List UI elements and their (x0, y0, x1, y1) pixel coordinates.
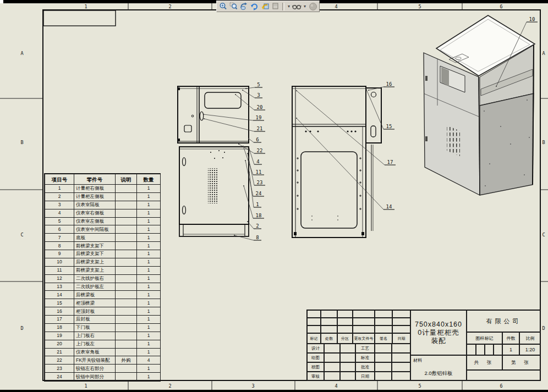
qty-cell: 1 (137, 283, 161, 291)
part-name-cell: 仪表室隔板 (74, 201, 116, 209)
part-name-cell: 仪表室左侧板 (74, 217, 116, 225)
revision-empty-cell (307, 310, 321, 318)
section-box-icon[interactable] (271, 2, 280, 11)
note-cell (116, 258, 137, 266)
revision-empty-cell (392, 318, 410, 325)
signature-blank-cell (324, 372, 340, 381)
parts-table-header: 项目号 零件号 说明 数量 (45, 174, 161, 185)
qty-cell: 1 (137, 323, 161, 332)
part-name-cell: 后横梁支架下 (74, 250, 116, 258)
revision-empty-cell (392, 310, 410, 318)
qty-cell: 1 (137, 266, 161, 274)
bottom-black-bar (0, 390, 548, 392)
table-row: 5仪表室左侧板1 (45, 217, 161, 225)
signature-blank-cell (340, 362, 355, 372)
title-block: 标记处数分区更改文件号签名日期设计工艺绘图标准校图批准审核日期 750x840x… (306, 310, 540, 380)
item-no-cell: 18 (45, 323, 74, 332)
qty-cell: 1 (137, 274, 161, 283)
note-cell (116, 209, 137, 217)
note-cell (116, 242, 137, 250)
revision-empty-cell (392, 325, 410, 333)
revision-header-cell: 分区 (337, 333, 353, 344)
piece-count-value: 1 (502, 344, 519, 355)
item-no-cell: 24 (45, 373, 74, 381)
revision-empty-cell (375, 318, 392, 325)
qty-cell: 1 (137, 307, 161, 316)
item-no-cell: 20 (45, 340, 74, 348)
item-no-cell: 12 (45, 274, 74, 283)
material-value: 2.0敷铝锌板 (411, 370, 466, 377)
note-cell (116, 185, 137, 193)
refresh-view-icon[interactable] (250, 2, 259, 11)
company-name: 有限公司 (467, 310, 541, 332)
drawing-title: 750x840x160 0计量柜柜壳 装配 (410, 310, 467, 355)
revision-empty-cell (307, 318, 321, 325)
signature-blank-cell (324, 353, 340, 362)
note-cell (116, 274, 137, 283)
mark-cell (494, 344, 502, 355)
display-style-sphere-icon[interactable] (308, 2, 317, 11)
item-no-cell: 1 (45, 185, 74, 193)
part-name-cell: 后横梁板 (74, 291, 116, 299)
note-cell (116, 340, 137, 348)
revision-header-cell: 处数 (321, 333, 337, 344)
stamp-header-pieces: 件数 (502, 332, 519, 344)
revision-header-cell: 日期 (392, 333, 410, 344)
signature-blank-cell (324, 362, 340, 372)
dropdown-chevron[interactable]: ▾ (303, 4, 307, 9)
revision-header-cell: 更改文件号 (353, 333, 375, 344)
note-cell (116, 192, 137, 201)
item-no-cell: 14 (45, 291, 74, 299)
signature-label-cell: 校图 (307, 362, 324, 372)
signature-blank-cell (340, 372, 355, 381)
part-name-cell: 上门板右 (74, 332, 116, 340)
item-no-cell: 19 (45, 332, 74, 340)
signature-blank-cell (375, 344, 392, 353)
toolbar-separator (282, 3, 284, 10)
table-row: 1计量柜右侧板1 (45, 185, 161, 193)
item-no-cell: 16 (45, 307, 74, 316)
dropdown-chevron[interactable]: ▾ (287, 4, 291, 9)
col-part-no: 零件号 (74, 174, 116, 185)
title-line: 0计量柜柜壳 (418, 329, 459, 337)
mark-cell (485, 344, 494, 355)
view-settings-glasses-icon[interactable] (292, 2, 302, 11)
part-name-cell: 上门板左 (74, 340, 116, 348)
bom-parts-table: 项目号 零件号 说明 数量 1计量柜右侧板12计量柜左侧板13仪表室隔板14仪表… (44, 173, 161, 382)
signature-label-cell: 设计 (307, 344, 324, 353)
signature-label-cell: 绘图 (307, 353, 324, 362)
qty-cell: 1 (137, 242, 161, 250)
signature-blank-cell (392, 362, 410, 372)
previous-view-icon[interactable] (260, 2, 270, 11)
signature-label-cell: 批准 (355, 362, 375, 372)
note-cell (116, 348, 137, 356)
empty-cell (467, 370, 541, 381)
table-row: 4仪表室右侧板1 (45, 209, 161, 217)
zoom-area-icon[interactable] (229, 2, 238, 11)
note-cell (116, 323, 137, 332)
note-cell (116, 373, 137, 381)
qty-cell: 1 (137, 225, 161, 234)
part-name-cell: 二次线护板左 (74, 283, 116, 291)
qty-cell: 1 (137, 192, 161, 201)
note-cell: 外购 (116, 356, 137, 365)
revision-empty-cell (321, 318, 337, 325)
revision-empty-cell (337, 325, 353, 333)
part-name-cell: 计量柜右侧板 (74, 185, 116, 193)
signature-label-cell: 工艺 (355, 344, 375, 353)
zoom-in-icon[interactable] (218, 2, 228, 11)
revision-empty-cell (337, 318, 353, 325)
item-no-cell: 3 (45, 201, 74, 209)
revision-header-cell: 签名 (375, 333, 392, 344)
signature-blank-cell (392, 372, 410, 381)
rotate-view-icon[interactable] (239, 2, 249, 11)
item-no-cell: 9 (45, 250, 74, 258)
col-note: 说明 (116, 174, 137, 185)
qty-cell: 1 (137, 209, 161, 217)
title-line: 装配 (431, 337, 446, 345)
revision-empty-cell (353, 325, 375, 333)
table-row: 18下门板1 (45, 323, 161, 332)
part-name-cell: 仪表室右侧板 (74, 209, 116, 217)
signature-blank-cell (340, 344, 355, 353)
table-row: 13二次线护板左1 (45, 283, 161, 291)
